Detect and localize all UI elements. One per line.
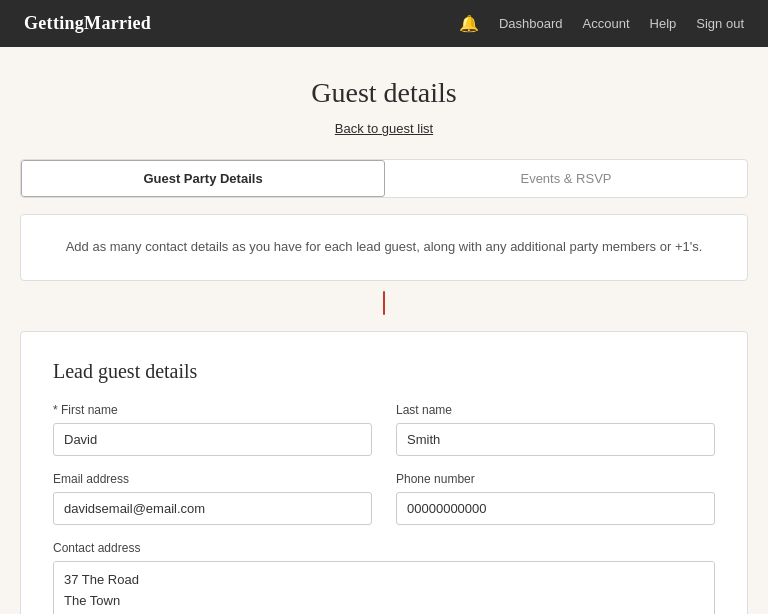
last-name-input[interactable]: [396, 423, 715, 456]
main-content: Guest details Back to guest list Guest P…: [0, 47, 768, 614]
info-text: Add as many contact details as you have …: [66, 239, 703, 254]
phone-label: Phone number: [396, 472, 715, 486]
nav-help-link[interactable]: Help: [650, 16, 677, 31]
first-name-input[interactable]: [53, 423, 372, 456]
form-section-title: Lead guest details: [53, 360, 715, 383]
nav-dashboard-link[interactable]: Dashboard: [499, 16, 563, 31]
nav-signout-link[interactable]: Sign out: [696, 16, 744, 31]
nav-account-link[interactable]: Account: [583, 16, 630, 31]
address-group: Contact address 37 The Road The Town The…: [53, 541, 715, 614]
navbar: GettingMarried 🔔 Dashboard Account Help …: [0, 0, 768, 47]
back-link-container: Back to guest list: [20, 121, 748, 137]
email-label: Email address: [53, 472, 372, 486]
lead-guest-form: Lead guest details * First name Last nam…: [20, 331, 748, 614]
address-row: Contact address 37 The Road The Town The…: [53, 541, 715, 614]
first-name-group: * First name: [53, 403, 372, 456]
email-group: Email address: [53, 472, 372, 525]
info-box: Add as many contact details as you have …: [20, 214, 748, 281]
tab-guest-party-details[interactable]: Guest Party Details: [21, 160, 385, 197]
address-textarea[interactable]: 37 The Road The Town The County PO5 CODE: [53, 561, 715, 614]
last-name-label: Last name: [396, 403, 715, 417]
phone-group: Phone number: [396, 472, 715, 525]
tabs-container: Guest Party Details Events & RSVP: [20, 159, 748, 198]
nav-right: 🔔 Dashboard Account Help Sign out: [459, 14, 744, 33]
phone-input[interactable]: [396, 492, 715, 525]
notification-bell-icon[interactable]: 🔔: [459, 14, 479, 33]
contact-row: Email address Phone number: [53, 472, 715, 525]
page-title: Guest details: [20, 77, 748, 109]
back-to-guest-list-link[interactable]: Back to guest list: [335, 121, 433, 136]
section-divider: [20, 291, 748, 315]
brand-logo: GettingMarried: [24, 13, 151, 34]
tab-events-rsvp[interactable]: Events & RSVP: [385, 160, 747, 197]
first-name-label: * First name: [53, 403, 372, 417]
last-name-group: Last name: [396, 403, 715, 456]
address-label: Contact address: [53, 541, 715, 555]
name-row: * First name Last name: [53, 403, 715, 456]
email-input[interactable]: [53, 492, 372, 525]
